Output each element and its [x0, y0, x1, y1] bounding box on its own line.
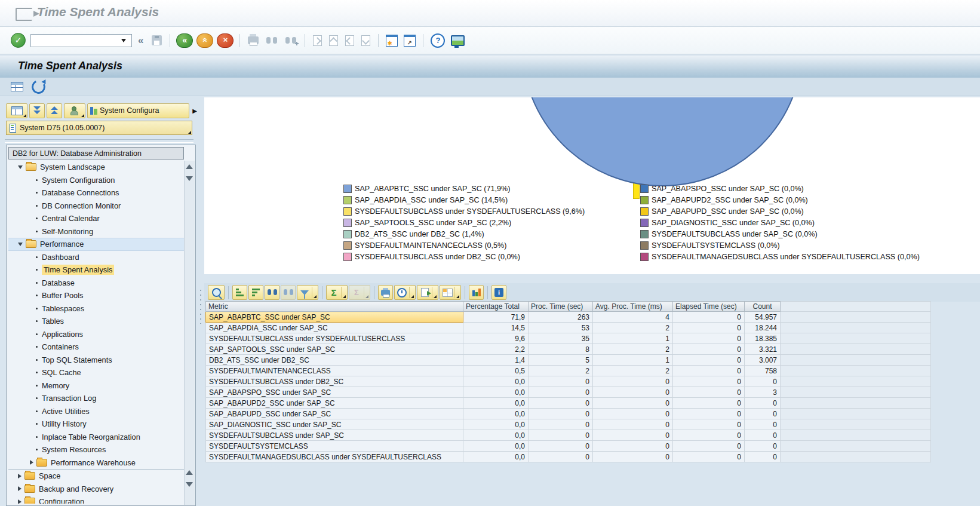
collapse-all-button[interactable]: [29, 103, 45, 118]
tree-item-utility-history[interactable]: Utility History: [8, 418, 184, 431]
table-row[interactable]: SAP_SAPTOOLS_SSC under SAP_SC 2,2 8 2 0 …: [206, 344, 931, 355]
column-header-elapsed-time[interactable]: Elapsed Time (sec): [673, 302, 745, 312]
cell[interactable]: 53: [529, 323, 593, 333]
metric-cell[interactable]: SAP_ABAPSPO_SSC under SAP_SC: [206, 387, 463, 398]
tree-item-applications[interactable]: Applications: [8, 328, 184, 341]
cell[interactable]: 0: [673, 430, 745, 441]
details-button[interactable]: [208, 285, 225, 300]
cell[interactable]: 0,0: [463, 441, 529, 452]
sort-ascending-button[interactable]: [232, 285, 247, 300]
tree-item-tablespaces[interactable]: Tablespaces: [8, 302, 184, 315]
cell[interactable]: 0: [529, 441, 593, 452]
cell[interactable]: 0: [745, 430, 781, 441]
column-header-avg-proc-time[interactable]: Avg. Proc. Time (ms): [593, 302, 673, 312]
cell[interactable]: 0: [593, 430, 673, 441]
metric-cell[interactable]: SYSDEFAULTSUBCLASS under SYSDEFAULTUSERC…: [206, 333, 463, 344]
scroll-up-icon[interactable]: [186, 470, 193, 475]
table-row[interactable]: SAP_ABAPDIA_SSC under SAP_SC 14,5 53 2 0…: [206, 323, 931, 333]
user-settings-button[interactable]: [64, 103, 85, 118]
create-shortcut-icon[interactable]: ↗: [404, 35, 416, 47]
cell[interactable]: 2: [593, 344, 673, 355]
cell[interactable]: 0: [745, 376, 781, 387]
tree-item-inplace-table-reorganization[interactable]: Inplace Table Reorganization: [8, 431, 184, 444]
metric-cell[interactable]: SAP_DIAGNOSTIC_SSC under SAP_SC: [206, 419, 463, 430]
cell[interactable]: 0: [593, 409, 673, 419]
pie-slice-main[interactable]: [521, 97, 803, 186]
metric-cell[interactable]: SYSDEFAULTSUBCLASS under SAP_SC: [206, 430, 463, 441]
help-button[interactable]: ?: [431, 33, 445, 48]
cell[interactable]: 1: [593, 355, 673, 366]
collapsed-icon[interactable]: [18, 486, 21, 491]
tree-item-db-connection-monitor[interactable]: DB Connection Monitor: [8, 200, 184, 213]
scroll-down-icon[interactable]: [186, 176, 193, 181]
cell[interactable]: 0: [673, 398, 745, 409]
metric-cell[interactable]: SYSDEFAULTMAINTENANCECLASS: [206, 366, 463, 376]
total-button[interactable]: Σ: [326, 285, 348, 300]
exit-button[interactable]: «: [196, 33, 213, 48]
metric-cell[interactable]: SAP_ABAPDIA_SSC under SAP_SC: [206, 323, 463, 333]
print-button[interactable]: [378, 285, 393, 300]
find-next-icon[interactable]: [285, 37, 296, 44]
refresh-icon[interactable]: [30, 78, 47, 95]
find-button[interactable]: [265, 285, 279, 300]
command-field[interactable]: [30, 34, 132, 47]
tree-item-database-connections[interactable]: Database Connections: [8, 186, 184, 200]
export-button[interactable]: [417, 285, 438, 300]
tree-item-transaction-log[interactable]: Transaction Log: [8, 392, 184, 405]
save-icon[interactable]: [152, 35, 162, 45]
enter-button[interactable]: ✓: [11, 33, 26, 48]
cell[interactable]: 0: [745, 409, 781, 419]
tree-item-dashboard[interactable]: Dashboard: [8, 251, 184, 264]
cell[interactable]: 0: [593, 452, 673, 462]
table-row[interactable]: SYSDEFAULTMAINTENANCECLASS 0,5 2 2 0 758: [206, 366, 931, 376]
metric-cell-selected[interactable]: SAP_ABAPBTC_SSC under SAP_SC: [206, 312, 463, 323]
cell[interactable]: 0,0: [463, 387, 529, 398]
metric-cell[interactable]: SYSDEFAULTSYSTEMCLASS: [206, 441, 463, 452]
graphic-button[interactable]: [469, 285, 484, 300]
cell[interactable]: 0: [673, 323, 745, 333]
cell[interactable]: 0,5: [463, 366, 529, 376]
tree-folder-configuration[interactable]: Configuration: [8, 495, 184, 504]
tree-folder-performance[interactable]: Performance: [8, 238, 184, 251]
cell[interactable]: 0: [745, 419, 781, 430]
cell[interactable]: 18.244: [745, 323, 781, 333]
cell[interactable]: 0,0: [463, 398, 529, 409]
cell[interactable]: 8: [529, 344, 593, 355]
tree-item-memory[interactable]: Memory: [8, 379, 184, 392]
cell[interactable]: 0,0: [463, 409, 529, 419]
print-icon[interactable]: [248, 36, 259, 44]
cell[interactable]: 0: [745, 452, 781, 462]
gui-settings-icon[interactable]: [451, 35, 465, 46]
collapse-chevrons-icon[interactable]: «: [138, 35, 143, 47]
column-header-count[interactable]: Count: [745, 302, 781, 312]
cell[interactable]: 1: [593, 333, 673, 344]
collapsed-icon[interactable]: [18, 499, 21, 504]
cell[interactable]: 0: [745, 441, 781, 452]
splitter-grip[interactable]: [199, 288, 202, 324]
table-row[interactable]: SYSDEFAULTSYSTEMCLASS 0,0 0 0 0 0: [206, 441, 931, 452]
cell[interactable]: 0: [673, 366, 745, 376]
cell[interactable]: 0: [529, 376, 593, 387]
show-table-icon[interactable]: [11, 82, 23, 91]
info-button[interactable]: i: [491, 285, 506, 300]
filter-button[interactable]: [297, 285, 318, 300]
table-row[interactable]: SYSDEFAULTSUBCLASS under DB2_SC 0,0 0 0 …: [206, 376, 931, 387]
vertical-splitter[interactable]: [197, 97, 204, 506]
find-icon[interactable]: [266, 37, 277, 44]
collapsed-icon[interactable]: [18, 474, 21, 479]
tree-item-tables[interactable]: Tables: [8, 315, 184, 328]
collapsed-icon[interactable]: [30, 460, 33, 465]
cell[interactable]: 0: [673, 419, 745, 430]
table-row[interactable]: SAP_ABAPUPD2_SSC under SAP_SC 0,0 0 0 0 …: [206, 398, 931, 409]
table-row[interactable]: SAP_ABAPBTC_SSC under SAP_SC 71,9 263 4 …: [206, 312, 931, 323]
cell[interactable]: 0: [673, 441, 745, 452]
cell[interactable]: 0: [673, 387, 745, 398]
table-row[interactable]: SYSDEFAULTMANAGEDSUBCLASS under SYSDEFAU…: [206, 452, 931, 462]
views-button[interactable]: [394, 285, 416, 300]
expanded-icon[interactable]: [18, 165, 23, 169]
cell[interactable]: 3: [745, 387, 781, 398]
metric-cell[interactable]: SAP_ABAPUPD2_SSC under SAP_SC: [206, 398, 463, 409]
cell[interactable]: 0: [529, 398, 593, 409]
tree-item-containers[interactable]: Containers: [8, 341, 184, 354]
cell[interactable]: 0: [529, 452, 593, 462]
